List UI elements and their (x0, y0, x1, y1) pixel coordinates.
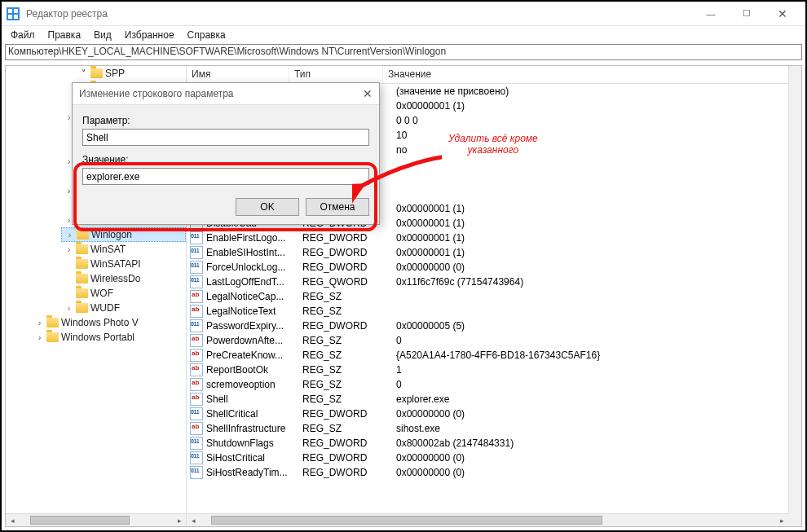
string-value-icon (190, 422, 203, 435)
window-minimize-button[interactable]: — (693, 2, 729, 25)
cell-value: 0x00000001 (1) (396, 100, 788, 112)
scrollbar-thumb[interactable] (211, 516, 602, 525)
cell-type: REG_DWORD (302, 247, 396, 258)
cell-type: REG_SZ (302, 350, 396, 361)
cancel-button[interactable]: Отмена (306, 198, 369, 216)
list-row[interactable]: LegalNoticeCap...REG_SZ (187, 289, 788, 304)
menu-help[interactable]: Справка (182, 28, 232, 42)
cell-name: Shell (206, 394, 302, 405)
list-row[interactable]: ShellInfrastructureREG_SZsihost.exe (187, 421, 788, 436)
value-label: Значение: (82, 154, 369, 165)
cell-value: no (396, 144, 788, 156)
cell-value: 0x00000001 (1) (396, 203, 788, 214)
tree-item[interactable]: WinSATAPI (61, 257, 186, 271)
chevron-right-icon[interactable]: › (35, 332, 44, 342)
list-row[interactable]: ForceUnlockLog...REG_DWORD0x00000000 (0) (187, 260, 788, 275)
tree-label: Winlogon (91, 229, 132, 240)
chevron-down-icon[interactable]: ˅ (79, 68, 88, 79)
cell-value: 0x00000001 (1) (396, 218, 788, 229)
window-titlebar: Редактор реестра — ☐ ✕ (2, 2, 805, 26)
cell-type: REG_SZ (302, 364, 396, 376)
col-header-value[interactable]: Значение (383, 66, 801, 83)
folder-icon (90, 68, 103, 78)
chevron-right-icon[interactable]: › (64, 303, 73, 313)
scroll-left-icon[interactable]: ◂ (6, 514, 19, 527)
list-row[interactable]: PreCreateKnow...REG_SZ{A520A1A4-1780-4FF… (187, 348, 788, 363)
list-row[interactable]: SiHostReadyTim...REG_DWORD0x00000000 (0) (187, 465, 788, 480)
param-field (82, 129, 369, 146)
cell-value: explorer.exe (396, 394, 788, 405)
address-bar[interactable]: Компьютер\HKEY_LOCAL_MACHINE\SOFTWARE\Mi… (5, 44, 802, 60)
folder-icon (46, 318, 59, 328)
binary-value-icon (190, 275, 203, 288)
cell-type: REG_DWORD (302, 452, 396, 464)
ok-button[interactable]: OK (236, 198, 299, 216)
scroll-right-icon[interactable]: ▸ (775, 514, 788, 527)
binary-value-icon (190, 451, 203, 464)
col-header-type[interactable]: Тип (289, 66, 383, 83)
tree-item[interactable]: ›WinSAT (61, 242, 186, 257)
chevron-right-icon[interactable]: › (64, 244, 73, 254)
tree-horizontal-scrollbar[interactable]: ◂ ▸ (6, 513, 186, 526)
list-row[interactable]: ShellREG_SZexplorer.exe (187, 392, 788, 407)
dialog-title: Изменение строкового параметра (79, 88, 234, 99)
folder-icon (76, 259, 88, 269)
list-row[interactable]: PasswordExpiry...REG_DWORD0x00000005 (5) (187, 319, 788, 333)
tree-label: WinSAT (90, 244, 126, 255)
cell-value: 0x00000000 (0) (396, 467, 788, 478)
cell-type: REG_DWORD (302, 437, 396, 449)
window-close-button[interactable]: ✕ (765, 2, 800, 25)
menubar: Файл Правка Вид Избранное Справка (2, 26, 805, 44)
menu-favorites[interactable]: Избранное (119, 28, 180, 42)
list-row[interactable]: ReportBootOkREG_SZ1 (187, 363, 788, 377)
menu-edit[interactable]: Правка (42, 28, 87, 42)
cell-type: REG_DWORD (302, 262, 396, 273)
folder-icon (77, 230, 89, 240)
chevron-right-icon[interactable]: › (35, 318, 44, 328)
list-row[interactable]: LastLogOffEndT...REG_QWORD0x11f6c7f69c (… (187, 275, 788, 289)
list-row[interactable]: EnableSIHostInt...REG_DWORD0x00000001 (1… (187, 245, 788, 260)
list-row[interactable]: PowerdownAfte...REG_SZ0 (187, 333, 788, 348)
menu-file[interactable]: Файл (5, 28, 41, 42)
tree-label: WinSATAPI (90, 258, 141, 270)
binary-value-icon (190, 407, 203, 420)
list-row[interactable]: SiHostCriticalREG_DWORD0x00000000 (0) (187, 451, 788, 465)
binary-value-icon (190, 261, 203, 274)
cell-name: scremoveoption (206, 379, 302, 390)
tree-item[interactable]: ›WUDF (61, 301, 186, 315)
list-row[interactable]: ShutdownFlagsREG_DWORD0x800002ab (214748… (187, 436, 788, 451)
scrollbar-thumb[interactable] (30, 516, 130, 525)
dialog-body: Параметр: Значение: OK Отмена (73, 105, 379, 224)
param-label: Параметр: (82, 115, 369, 126)
scroll-left-icon[interactable]: ◂ (187, 514, 200, 527)
cell-value: 0 0 0 (396, 115, 788, 126)
tree-item[interactable]: ›Winlogon (61, 227, 186, 242)
window-maximize-button[interactable]: ☐ (729, 2, 765, 25)
col-header-name[interactable]: Имя (187, 66, 289, 83)
string-value-icon (190, 290, 203, 303)
value-field[interactable] (82, 168, 369, 185)
list-row[interactable]: ShellCriticalREG_DWORD0x00000000 (0) (187, 407, 788, 421)
tree-item[interactable]: › Windows Portabl (32, 330, 186, 345)
folder-icon (76, 288, 88, 298)
tree-item[interactable]: WirelessDo (61, 271, 186, 286)
cell-value: sihost.exe (396, 423, 788, 434)
scroll-right-icon[interactable]: ▸ (173, 514, 186, 527)
cell-name: EnableFirstLogo... (206, 232, 302, 244)
tree-label: WirelessDo (90, 273, 140, 284)
tree-item[interactable]: › Windows Photo V (32, 315, 186, 330)
tree-item[interactable]: WOF (61, 286, 186, 301)
list-row[interactable]: scremoveoptionREG_SZ0 (187, 377, 788, 392)
dialog-close-button[interactable]: ✕ (363, 87, 373, 100)
list-vertical-scrollbar[interactable] (788, 66, 801, 513)
chevron-right-icon[interactable]: › (65, 230, 74, 240)
cell-value: 0x00000000 (0) (396, 408, 788, 420)
cell-type: REG_SZ (302, 306, 396, 317)
cell-name: SiHostReadyTim... (206, 467, 302, 478)
list-horizontal-scrollbar[interactable]: ◂ ▸ (187, 513, 788, 526)
list-row[interactable]: LegalNoticeTextREG_SZ (187, 304, 788, 319)
menu-view[interactable]: Вид (88, 28, 117, 42)
string-value-icon (190, 393, 203, 406)
list-row[interactable]: EnableFirstLogo...REG_DWORD0x00000001 (1… (187, 231, 788, 245)
tree-item[interactable]: ˅ SPP (61, 66, 186, 81)
